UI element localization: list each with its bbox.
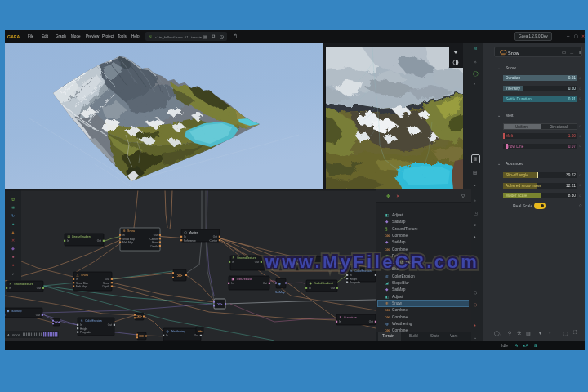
svg-text:⋙: ⋙ <box>198 329 203 333</box>
svg-text:GroundTexture: GroundTexture <box>237 256 256 260</box>
svg-text:In: In <box>166 334 168 337</box>
svg-text:In: In <box>231 282 234 285</box>
svg-text:❄: ❄ <box>123 229 126 233</box>
svg-text:Depth: Depth <box>102 285 109 288</box>
svg-text:LinearGradient: LinearGradient <box>72 235 91 238</box>
svg-text:Prograde: Prograde <box>350 281 360 284</box>
svg-text:Reference: Reference <box>184 239 196 243</box>
svg-text:Center: Center <box>149 238 158 241</box>
svg-text:§: § <box>10 283 11 286</box>
svg-text:In: In <box>67 239 69 243</box>
svg-text:In: In <box>80 323 82 327</box>
svg-text:≋: ≋ <box>81 319 83 323</box>
svg-text:▤: ▤ <box>68 235 71 238</box>
svg-text:✎: ✎ <box>340 316 342 319</box>
svg-text:Curvature: Curvature <box>344 316 357 319</box>
svg-text:Out: Out <box>331 287 335 290</box>
svg-text:Out: Out <box>263 282 267 285</box>
svg-text:A: A <box>7 333 10 337</box>
svg-text:In: In <box>122 234 125 237</box>
svg-text:00:00: 00:00 <box>12 333 21 337</box>
svg-text:Melt Map: Melt Map <box>76 285 87 288</box>
svg-text:Out: Out <box>154 234 158 237</box>
svg-text:Out: Out <box>105 278 109 281</box>
svg-text:⋙: ⋙ <box>216 301 222 306</box>
svg-text:Snow Map: Snow Map <box>76 282 88 285</box>
svg-text:Master: Master <box>189 231 198 234</box>
svg-text:●: ● <box>11 254 14 259</box>
svg-text:Out: Out <box>108 323 112 327</box>
svg-text:Height: Height <box>80 327 87 331</box>
svg-text:Depth: Depth <box>150 245 158 248</box>
svg-text:Out: Out <box>369 320 373 323</box>
svg-text:⬡: ⬡ <box>185 231 187 234</box>
svg-text:⋙: ⋙ <box>53 319 59 324</box>
svg-text:⋙: ⋙ <box>139 333 145 338</box>
svg-text:Out: Out <box>37 287 41 290</box>
svg-text:Prograde: Prograde <box>80 331 91 334</box>
svg-text:Snow: Snow <box>127 229 135 233</box>
svg-text:⋙: ⋙ <box>136 314 142 318</box>
svg-text:Out: Out <box>97 239 101 243</box>
svg-text:Snow: Snow <box>81 274 88 277</box>
svg-text:↻: ↻ <box>11 213 15 218</box>
svg-text:Out: Out <box>36 314 40 317</box>
svg-text:Height: Height <box>350 278 357 281</box>
svg-text:In: In <box>232 261 234 264</box>
svg-text:Weathering: Weathering <box>171 330 185 333</box>
svg-text:▣: ▣ <box>232 278 235 281</box>
svg-text:●: ● <box>11 262 14 267</box>
svg-text:Out: Out <box>213 235 217 238</box>
svg-text:Out: Out <box>194 334 198 337</box>
svg-text:◆: ◆ <box>11 246 15 251</box>
svg-text:⋙: ⋙ <box>176 273 182 278</box>
svg-text:In: In <box>309 287 311 290</box>
svg-text:Snow: Snow <box>103 282 110 285</box>
svg-text:❋: ❋ <box>11 205 15 210</box>
svg-text:✕: ✕ <box>11 238 15 243</box>
svg-text:SatMap: SatMap <box>275 291 285 294</box>
svg-text:www.MyFileCR.com: www.MyFileCR.com <box>265 252 480 272</box>
svg-text:◆: ◆ <box>7 310 10 313</box>
svg-text:✿: ✿ <box>11 197 15 202</box>
svg-text:Snow Map: Snow Map <box>122 238 135 241</box>
svg-text:Center: Center <box>209 239 218 243</box>
svg-text:GroundTexture: GroundTexture <box>14 283 33 286</box>
svg-text:In: In <box>339 320 341 323</box>
svg-text:Flow: Flow <box>152 241 158 244</box>
svg-text:In: In <box>184 235 186 238</box>
svg-text:◈: ◈ <box>278 282 282 286</box>
svg-text:△: △ <box>77 274 79 277</box>
svg-text:ColorErosion: ColorErosion <box>85 319 102 323</box>
svg-text:RadialGradient: RadialGradient <box>314 282 333 285</box>
svg-text:SatMap: SatMap <box>11 310 21 313</box>
svg-text:In: In <box>76 278 78 281</box>
svg-text:▲: ▲ <box>11 229 16 234</box>
svg-text:TextureBase: TextureBase <box>236 278 252 281</box>
svg-text:●: ● <box>11 221 14 226</box>
svg-text:§: § <box>233 256 234 260</box>
svg-text:In: In <box>9 287 11 290</box>
svg-text:Melt Map: Melt Map <box>122 241 133 244</box>
